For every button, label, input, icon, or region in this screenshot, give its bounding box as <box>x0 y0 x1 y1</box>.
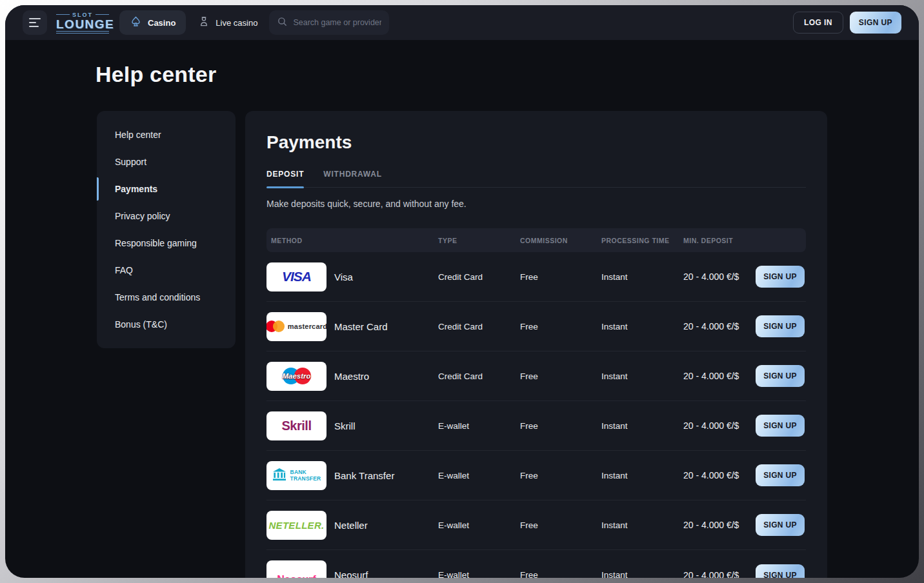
nav-item-live-casino-label: Live casino <box>216 18 257 28</box>
type-value: E-wallet <box>438 421 520 431</box>
nav-item-casino[interactable]: Casino <box>119 10 186 35</box>
row-signup-button[interactable]: SIGN UP <box>756 464 805 486</box>
type-value: Credit Card <box>438 272 520 282</box>
nav-item-casino-label: Casino <box>148 18 176 28</box>
tab-withdrawal[interactable]: WITHDRAWAL <box>323 170 382 187</box>
col-min-deposit: MIN. DEPOSIT <box>683 237 756 244</box>
page-title: Help center <box>95 62 919 87</box>
type-value: E-wallet <box>438 520 520 530</box>
commission-value: Free <box>520 520 601 530</box>
table-header: METHOD TYPE COMMISSION PROCESSING TIME M… <box>266 228 806 252</box>
logo-main-text: LOUNGE <box>56 18 109 31</box>
mastercard-logo: mastercard <box>266 312 326 341</box>
top-navbar: SLOT LOUNGE Casino Live casino <box>5 5 919 40</box>
method-name: Maestro <box>334 371 369 382</box>
processing-value: Instant <box>601 570 683 578</box>
col-processing-time: PROCESSING TIME <box>601 237 683 244</box>
sidebar-item-support[interactable]: Support <box>97 148 236 175</box>
sidebar-item-bonus[interactable]: Bonus (T&C) <box>97 311 236 338</box>
method-name: Neteller <box>334 520 368 531</box>
processing-value: Instant <box>601 371 683 381</box>
bank-transfer-logo: BANK TRANSFER <box>266 461 326 490</box>
visa-logo: VISA <box>266 262 326 292</box>
row-signup-button[interactable]: SIGN UP <box>756 514 805 536</box>
hamburger-icon <box>29 18 41 19</box>
commission-value: Free <box>520 570 601 578</box>
method-name: Visa <box>334 272 353 282</box>
payments-tabs: DEPOSIT WITHDRAWAL <box>266 170 806 188</box>
method-name: Neosurf <box>334 569 368 578</box>
col-type: TYPE <box>438 237 520 244</box>
row-signup-button[interactable]: SIGN UP <box>756 266 805 288</box>
min-deposit-value: 20 - 4.000 €/$ <box>683 570 756 578</box>
table-row: mastercard Master Card Credit Card Free … <box>266 302 806 351</box>
processing-value: Instant <box>601 471 683 480</box>
min-deposit-value: 20 - 4.000 €/$ <box>683 272 756 282</box>
method-name: Skrill <box>334 420 356 431</box>
type-value: E-wallet <box>438 471 520 480</box>
commission-value: Free <box>520 272 601 282</box>
sidebar-item-privacy-policy[interactable]: Privacy policy <box>97 203 236 230</box>
content-layout: Help center Support Payments Privacy pol… <box>97 111 919 578</box>
processing-value: Instant <box>601 421 683 431</box>
payments-table: METHOD TYPE COMMISSION PROCESSING TIME M… <box>266 228 806 578</box>
section-title: Payments <box>266 132 806 153</box>
tab-deposit[interactable]: DEPOSIT <box>266 170 304 187</box>
menu-button[interactable] <box>23 10 47 35</box>
bank-building-icon <box>272 468 286 484</box>
nav-signup-button[interactable]: SIGN UP <box>850 12 901 34</box>
login-button[interactable]: LOG IN <box>793 12 843 34</box>
commission-value: Free <box>520 421 601 431</box>
commission-value: Free <box>520 371 601 381</box>
table-row: VISA Visa Credit Card Free Instant 20 - … <box>266 252 806 302</box>
processing-value: Instant <box>601 520 683 530</box>
sidebar-item-faq[interactable]: FAQ <box>97 257 236 284</box>
col-commission: COMMISSION <box>520 237 601 244</box>
processing-value: Instant <box>601 322 683 331</box>
sidebar-item-terms[interactable]: Terms and conditions <box>97 284 236 311</box>
search-bar[interactable] <box>269 10 389 35</box>
table-row: Neosurf Neosurf E-wallet Free Instant 20… <box>266 550 806 578</box>
search-input[interactable] <box>293 18 381 27</box>
spade-icon <box>130 15 142 30</box>
row-signup-button[interactable]: SIGN UP <box>756 315 805 337</box>
table-row: Maestro Maestro Credit Card Free Instant… <box>266 351 806 401</box>
search-icon <box>277 16 288 30</box>
min-deposit-value: 20 - 4.000 €/$ <box>683 371 756 381</box>
row-signup-button[interactable]: SIGN UP <box>756 564 805 578</box>
sidebar-item-help-center[interactable]: Help center <box>97 121 236 148</box>
commission-value: Free <box>520 322 601 331</box>
min-deposit-value: 20 - 4.000 €/$ <box>683 321 756 331</box>
deposit-description: Make deposits quick, secure, and without… <box>266 199 806 209</box>
sidebar-item-responsible-gaming[interactable]: Responsible gaming <box>97 230 236 257</box>
table-row: NETELLER. Neteller E-wallet Free Instant… <box>266 500 806 550</box>
min-deposit-value: 20 - 4.000 €/$ <box>683 470 756 480</box>
mastercard-circles-icon <box>266 321 285 332</box>
row-signup-button[interactable]: SIGN UP <box>756 415 805 437</box>
min-deposit-value: 20 - 4.000 €/$ <box>683 520 756 530</box>
sidebar-item-payments[interactable]: Payments <box>97 175 236 203</box>
app-window: SLOT LOUNGE Casino Live casino <box>5 5 919 578</box>
type-value: E-wallet <box>438 570 520 578</box>
processing-value: Instant <box>601 272 683 282</box>
payments-panel: Payments DEPOSIT WITHDRAWAL Make deposit… <box>245 111 827 578</box>
commission-value: Free <box>520 471 601 480</box>
row-signup-button[interactable]: SIGN UP <box>756 365 805 387</box>
help-sidebar: Help center Support Payments Privacy pol… <box>97 111 236 348</box>
min-deposit-value: 20 - 4.000 €/$ <box>683 420 756 431</box>
neteller-logo: NETELLER. <box>266 511 326 540</box>
col-method: METHOD <box>266 237 438 244</box>
brand-logo[interactable]: SLOT LOUNGE <box>56 12 109 34</box>
method-name: Master Card <box>334 321 388 332</box>
method-name: Bank Transfer <box>334 470 394 481</box>
type-value: Credit Card <box>438 322 520 331</box>
maestro-logo: Maestro <box>266 362 326 391</box>
type-value: Credit Card <box>438 371 520 381</box>
nav-item-live-casino[interactable]: Live casino <box>197 15 257 30</box>
table-row: BANK TRANSFER Bank Transfer E-wallet Fre… <box>266 451 806 500</box>
table-row: Skrill Skrill E-wallet Free Instant 20 -… <box>266 401 806 451</box>
dealer-icon <box>197 15 210 30</box>
neosurf-logo: Neosurf <box>266 560 326 578</box>
skrill-logo: Skrill <box>266 411 326 440</box>
